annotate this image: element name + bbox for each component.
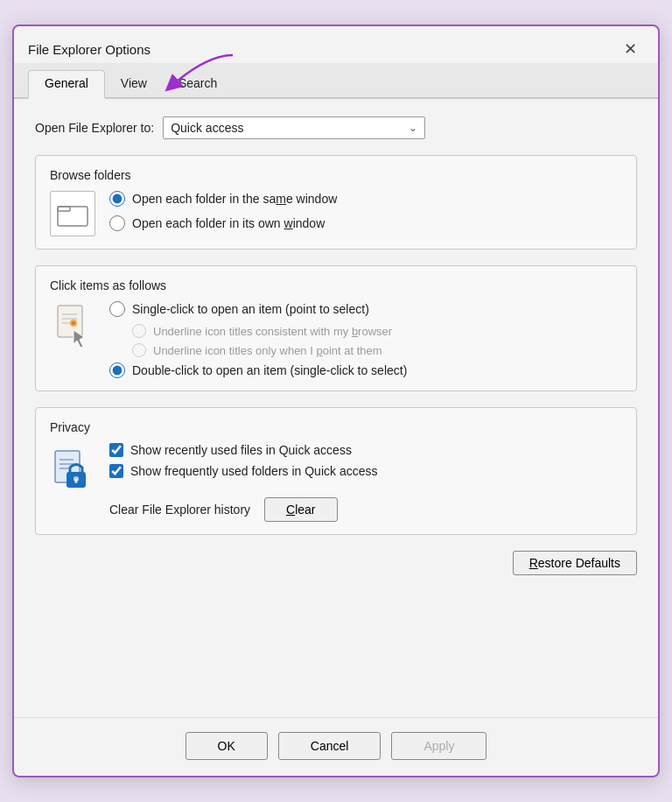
privacy-title: Privacy <box>50 420 622 434</box>
show-recent-files-label: Show recently used files in Quick access <box>130 443 352 457</box>
title-bar: File Explorer Options ✕ <box>14 26 658 63</box>
browse-own-window-radio[interactable] <box>109 215 125 231</box>
single-click-option[interactable]: Single-click to open an item (point to s… <box>109 301 407 317</box>
privacy-icon-box <box>50 443 95 496</box>
clear-button[interactable]: Clear <box>264 497 337 522</box>
double-click-option[interactable]: Double-click to open an item (single-cli… <box>109 362 407 378</box>
dialog-title: File Explorer Options <box>28 42 150 57</box>
show-recent-files-checkbox[interactable] <box>109 443 123 457</box>
privacy-section: Privacy <box>35 407 637 535</box>
svg-rect-1 <box>58 207 70 211</box>
click-icon <box>54 304 91 351</box>
chevron-down-icon: ⌄ <box>409 122 417 134</box>
svg-rect-15 <box>75 479 78 483</box>
show-frequent-folders-checkbox[interactable] <box>109 464 123 478</box>
tabs-bar: General View Search <box>14 63 658 99</box>
svg-rect-0 <box>58 207 88 226</box>
underline-browser-label: Underline icon titles consistent with my… <box>153 325 392 338</box>
underline-point-option[interactable]: Underline icon titles only when I point … <box>132 343 407 357</box>
bottom-bar: OK Cancel Apply <box>14 717 658 776</box>
svg-point-8 <box>72 321 75 325</box>
click-items-title: Click items as follows <box>50 278 622 292</box>
sub-options: Underline icon titles consistent with my… <box>132 324 407 357</box>
browse-folders-options: Open each folder in the same window Open… <box>109 191 337 231</box>
restore-defaults-row: Restore Defaults <box>35 551 637 575</box>
folder-icon <box>57 200 88 227</box>
open-to-label: Open File Explorer to: <box>35 121 154 135</box>
clear-history-label: Clear File Explorer history <box>109 503 250 517</box>
show-frequent-folders-option[interactable]: Show frequently used folders in Quick ac… <box>109 464 377 478</box>
dialog: File Explorer Options ✕ General View Sea… <box>12 25 660 777</box>
main-content: Open File Explorer to: Quick access ⌄ Br… <box>14 99 658 717</box>
browse-own-window-option[interactable]: Open each folder in its own window <box>109 215 337 231</box>
underline-browser-radio <box>132 324 146 338</box>
browse-folders-section: Browse folders Open each folder in the s… <box>35 155 637 250</box>
single-click-radio[interactable] <box>109 301 125 317</box>
underline-point-label: Underline icon titles only when I point … <box>153 344 382 357</box>
browse-folders-inner: Open each folder in the same window Open… <box>50 191 622 236</box>
underline-browser-option[interactable]: Underline icon titles consistent with my… <box>132 324 407 338</box>
browse-same-window-radio[interactable] <box>109 191 125 207</box>
apply-button[interactable]: Apply <box>391 732 486 760</box>
open-to-dropdown[interactable]: Quick access ⌄ <box>163 116 425 139</box>
ok-button[interactable]: OK <box>186 732 268 760</box>
single-click-label: Single-click to open an item (point to s… <box>132 302 369 316</box>
privacy-checkboxes: Show recently used files in Quick access… <box>109 443 377 522</box>
tab-general[interactable]: General <box>28 70 105 99</box>
folder-icon-box <box>50 191 95 236</box>
tab-search[interactable]: Search <box>163 70 233 99</box>
open-to-row: Open File Explorer to: Quick access ⌄ <box>35 116 637 139</box>
clear-row: Clear File Explorer history Clear <box>109 497 377 522</box>
browse-same-window-option[interactable]: Open each folder in the same window <box>109 191 337 207</box>
click-icon-box <box>50 301 95 354</box>
double-click-radio[interactable] <box>109 362 125 378</box>
close-button[interactable]: ✕ <box>616 35 644 63</box>
privacy-icon <box>52 446 93 493</box>
restore-defaults-button[interactable]: Restore Defaults <box>513 551 637 575</box>
browse-own-window-label: Open each folder in its own window <box>132 216 325 230</box>
privacy-inner: Show recently used files in Quick access… <box>50 443 622 522</box>
browse-same-window-label: Open each folder in the same window <box>132 192 337 206</box>
show-recent-files-option[interactable]: Show recently used files in Quick access <box>109 443 377 457</box>
svg-rect-2 <box>58 306 82 337</box>
cancel-button[interactable]: Cancel <box>278 732 382 760</box>
tab-view[interactable]: View <box>105 70 163 99</box>
show-frequent-folders-label: Show frequently used folders in Quick ac… <box>130 464 377 478</box>
browse-folders-title: Browse folders <box>50 168 622 182</box>
double-click-label: Double-click to open an item (single-cli… <box>132 363 407 377</box>
open-to-value: Quick access <box>171 121 243 135</box>
click-items-inner: Single-click to open an item (point to s… <box>50 301 622 378</box>
click-options-col: Single-click to open an item (point to s… <box>109 301 407 378</box>
click-items-section: Click items as follows <box>35 265 637 391</box>
underline-point-radio <box>132 343 146 357</box>
